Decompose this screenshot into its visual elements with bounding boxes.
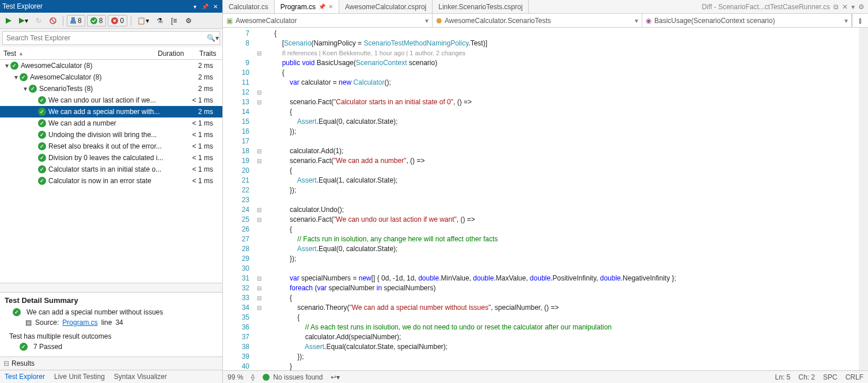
svg-marker-1	[19, 18, 25, 24]
summary-test-name: We can add a special number without issu…	[26, 308, 163, 316]
group-button[interactable]: [≡	[168, 14, 180, 27]
code-editor[interactable]: 78 9101112131415161718192021222324252627…	[223, 28, 868, 370]
pass-icon	[10, 62, 18, 70]
tab-program[interactable]: Program.cs📌✕	[275, 0, 339, 13]
source-doc-icon: ▤	[25, 318, 32, 327]
promote-icon[interactable]: ⧉	[833, 3, 839, 11]
test-row[interactable]: Division by 0 leaves the calculated i...…	[0, 152, 222, 164]
test-duration: 2 ms	[181, 85, 222, 93]
test-tree[interactable]: ▾AwesomeCalculator (8)2 ms▾AwesomeCalcul…	[0, 60, 222, 283]
column-headers[interactable]: Test▲ Duration Traits	[0, 47, 222, 60]
gear-icon[interactable]: ⚙	[858, 3, 865, 11]
panel-titlebar[interactable]: Test Explorer ▾ 📌 ✕	[0, 0, 222, 13]
fold-gutter[interactable]: ⊟⊟⊟⊟⊟⊟⊟⊟⊟⊟⊟	[255, 28, 263, 370]
ok-icon	[263, 374, 270, 381]
zoom-level[interactable]: 99 %	[228, 373, 243, 381]
repeat-button[interactable]: ↻	[32, 14, 45, 27]
results-header[interactable]: ⊟Results	[0, 357, 222, 370]
test-name: ScenarioTests (8)	[39, 85, 181, 93]
expander-icon[interactable]	[31, 131, 38, 138]
nav-back-icon[interactable]: ↩▾	[331, 373, 340, 381]
nav-method[interactable]: ◉BasicUsage(ScenarioContext scenario)▾	[642, 14, 852, 27]
test-name: Reset also breaks it out of the error...	[48, 142, 181, 150]
test-name: We can add a number	[48, 119, 181, 127]
expander-icon[interactable]: ▾	[13, 74, 20, 81]
test-name: AwesomeCalculator (8)	[30, 73, 181, 81]
close-icon[interactable]: ✕	[842, 3, 848, 11]
split-button[interactable]: ⫿	[852, 14, 868, 27]
expander-icon[interactable]	[31, 177, 38, 184]
passed-tests-pill[interactable]: 8	[87, 15, 107, 26]
test-name: We can undo our last action if we...	[48, 96, 181, 104]
test-row[interactable]: Calculator is now in an error state< 1 m…	[0, 175, 222, 187]
stop-button[interactable]	[47, 14, 59, 27]
test-duration: < 1 ms	[181, 142, 222, 150]
test-duration: < 1 ms	[181, 165, 222, 173]
pin-icon[interactable]: 📌	[319, 3, 325, 10]
test-row[interactable]: We can undo our last action if we...< 1 …	[0, 94, 222, 106]
nav-class[interactable]: ⬣AwesomeCalculator.ScenarioTests▾	[433, 14, 642, 27]
expander-icon[interactable]: ▾	[22, 85, 29, 92]
close-icon[interactable]: ✕	[328, 3, 333, 10]
tab-csproj[interactable]: AwesomeCalculator.csproj	[339, 0, 433, 13]
code-source[interactable]: { [Scenario(NamingPolicy = ScenarioTestM…	[263, 28, 859, 370]
nav-project[interactable]: ▣AwesomeCalculator▾	[223, 14, 433, 27]
expander-icon[interactable]: ▾	[3, 62, 10, 69]
filter-button[interactable]: ⚗	[153, 14, 166, 27]
test-explorer-panel: Test Explorer ▾ 📌 ✕ ▾ ↻ 8 8 0 📋▾ ⚗ [≡ ⚙ …	[0, 0, 223, 383]
tab-linker-csproj[interactable]: Linker.ScenarioTests.csproj	[433, 0, 529, 13]
tab-test-explorer[interactable]: Test Explorer	[0, 370, 50, 383]
expander-icon[interactable]	[31, 143, 38, 150]
test-row[interactable]: ▾ScenarioTests (8)2 ms	[0, 83, 222, 94]
tab-live-unit-testing[interactable]: Live Unit Testing	[50, 370, 109, 383]
pass-icon	[38, 177, 46, 185]
test-toolbar: ▾ ↻ 8 8 0 📋▾ ⚗ [≡ ⚙	[0, 13, 222, 29]
test-duration: < 1 ms	[181, 96, 222, 104]
dropdown-icon[interactable]: ▾	[190, 2, 199, 11]
tab-syntax-visualizer[interactable]: Syntax Visualizer	[109, 370, 172, 383]
pin-icon[interactable]: 📌	[200, 2, 210, 11]
failed-tests-pill[interactable]: 0	[108, 15, 127, 26]
test-duration: 2 ms	[181, 108, 222, 116]
pass-icon	[29, 85, 37, 93]
playlist-button[interactable]: 📋▾	[135, 14, 151, 27]
expander-icon[interactable]	[31, 120, 38, 127]
test-duration: 2 ms	[181, 73, 222, 81]
run-all-button[interactable]	[2, 14, 15, 27]
total-tests-pill[interactable]: 8	[67, 15, 85, 26]
test-row[interactable]: ▾AwesomeCalculator (8)2 ms	[0, 71, 222, 83]
source-link[interactable]: Program.cs	[62, 318, 97, 327]
test-duration: < 1 ms	[181, 131, 222, 139]
search-bar: 🔍▾	[2, 31, 220, 45]
test-row[interactable]: We can add a special number with...2 ms	[0, 106, 222, 117]
expander-icon[interactable]	[31, 154, 38, 161]
test-row[interactable]: Calculator starts in an initial state o.…	[0, 164, 222, 175]
test-name: Calculator starts in an initial state o.…	[48, 165, 181, 173]
expander-icon[interactable]	[31, 97, 38, 104]
test-duration: 2 ms	[181, 62, 222, 70]
test-row[interactable]: We can add a number< 1 ms	[0, 117, 222, 129]
test-row[interactable]: Undoing the division will bring the...< …	[0, 129, 222, 141]
svg-marker-0	[6, 18, 12, 24]
test-duration: < 1 ms	[181, 177, 222, 185]
search-input[interactable]	[3, 32, 206, 44]
expander-icon[interactable]	[31, 166, 38, 173]
horizontal-scrollbar[interactable]	[0, 283, 222, 292]
pass-icon	[13, 308, 21, 316]
search-icon[interactable]: 🔍▾	[206, 32, 219, 44]
vertical-scrollbar[interactable]	[859, 28, 868, 370]
nav-bar: ▣AwesomeCalculator▾ ⬣AwesomeCalculator.S…	[223, 14, 868, 28]
preview-tab-info[interactable]: Diff - ScenarioFact...ctTestCaseRunner.c…	[698, 0, 868, 13]
zoom-dropdown-icon[interactable]: ⟠	[251, 373, 255, 381]
expander-icon[interactable]	[31, 108, 38, 115]
tab-calculator[interactable]: Calculator.cs	[223, 0, 275, 13]
settings-button[interactable]: ⚙	[182, 14, 195, 27]
run-button[interactable]: ▾	[17, 14, 31, 27]
test-row[interactable]: Reset also breaks it out of the error...…	[0, 141, 222, 152]
bottom-tabs: Test Explorer Live Unit Testing Syntax V…	[0, 370, 222, 383]
test-name: Calculator is now in an error state	[48, 177, 181, 185]
close-icon[interactable]: ✕	[211, 2, 220, 11]
pass-icon	[38, 131, 46, 139]
test-row[interactable]: ▾AwesomeCalculator (8)2 ms	[0, 60, 222, 71]
pass-icon	[38, 108, 46, 116]
